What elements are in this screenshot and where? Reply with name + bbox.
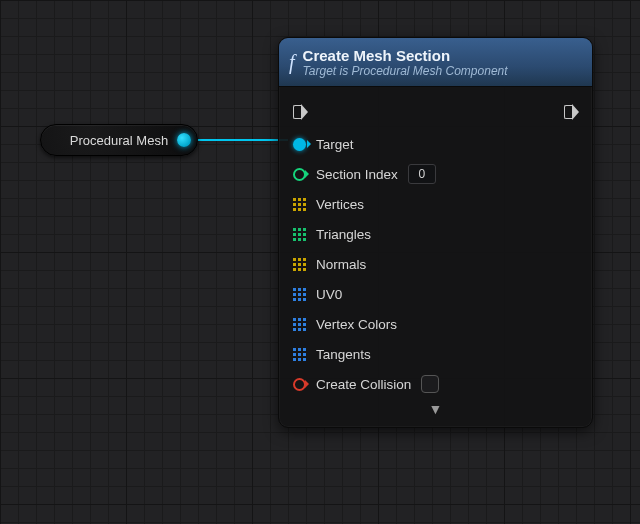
function-icon: f [289, 52, 295, 72]
pin-row-section-index: Section Index 0 [293, 159, 578, 189]
pin-label: Vertex Colors [316, 317, 397, 332]
source-node-procedural-mesh[interactable]: Procedural Mesh [40, 124, 198, 156]
pin-label: UV0 [316, 287, 342, 302]
create-collision-pin[interactable] [293, 378, 306, 391]
pin-label: Target [316, 137, 354, 152]
uv0-pin[interactable] [293, 288, 306, 301]
source-node-label: Procedural Mesh [41, 133, 197, 148]
pin-label: Vertices [316, 197, 364, 212]
normals-pin[interactable] [293, 258, 306, 271]
pin-row-tangents: Tangents [293, 339, 578, 369]
pin-row-create-collision: Create Collision [293, 369, 578, 399]
section-index-pin[interactable] [293, 168, 306, 181]
pin-label: Create Collision [316, 377, 411, 392]
vertex-colors-pin[interactable] [293, 318, 306, 331]
output-pin[interactable] [177, 133, 191, 147]
triangles-pin[interactable] [293, 228, 306, 241]
create-collision-checkbox[interactable] [421, 375, 439, 393]
tangents-pin[interactable] [293, 348, 306, 361]
node-title: Create Mesh Section [303, 47, 508, 64]
pin-row-vertices: Vertices [293, 189, 578, 219]
exec-out-pin[interactable] [564, 103, 578, 119]
pin-row-uv0: UV0 [293, 279, 578, 309]
pin-label: Section Index [316, 167, 398, 182]
pin-row-normals: Normals [293, 249, 578, 279]
pin-label: Tangents [316, 347, 371, 362]
node-subtitle: Target is Procedural Mesh Component [303, 64, 508, 78]
section-index-input[interactable]: 0 [408, 164, 436, 184]
pin-row-vertex-colors: Vertex Colors [293, 309, 578, 339]
node-create-mesh-section[interactable]: f Create Mesh Section Target is Procedur… [278, 37, 593, 428]
pin-label: Triangles [316, 227, 371, 242]
node-header[interactable]: f Create Mesh Section Target is Procedur… [279, 38, 592, 87]
pin-row-target: Target [293, 129, 578, 159]
target-pin[interactable] [293, 138, 306, 151]
pin-label: Normals [316, 257, 366, 272]
expand-icon[interactable]: ▼ [293, 399, 578, 423]
vertices-pin[interactable] [293, 198, 306, 211]
pin-row-triangles: Triangles [293, 219, 578, 249]
exec-in-pin[interactable] [293, 103, 307, 119]
